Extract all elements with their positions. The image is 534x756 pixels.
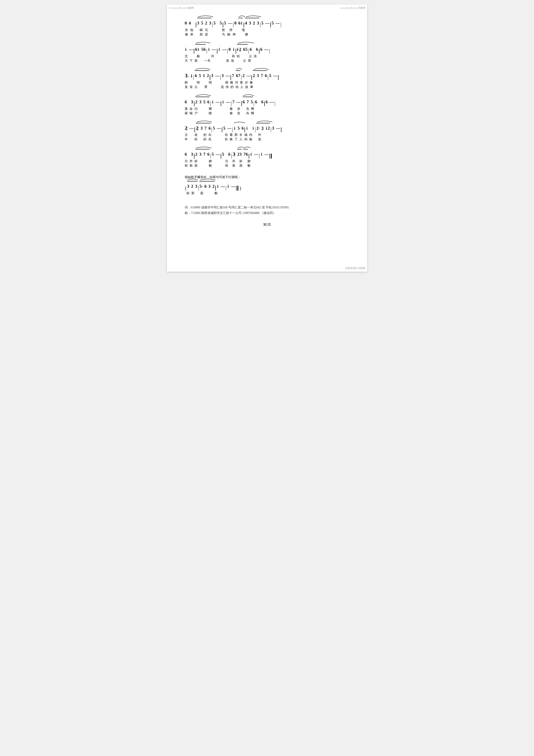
note-3-4b: 3 <box>199 98 202 106</box>
lyric: 啊 <box>251 111 254 115</box>
lyric: 就 <box>199 33 203 37</box>
note-3-ex: 3 <box>187 182 189 191</box>
lyric: 妖 <box>194 159 198 163</box>
notation-row-3: 3̣. i <box>185 70 349 80</box>
lyric: 静 <box>185 81 188 85</box>
barline <box>194 101 194 106</box>
lyric: 换 <box>230 137 233 141</box>
barline <box>193 75 194 80</box>
lyric: 她 <box>227 33 231 37</box>
dash-2a: — <box>189 45 193 54</box>
lyrics-row-1b: 修 来 就 是 为 她 伸 腰 <box>185 33 349 37</box>
note-5e: 5 <box>272 19 274 28</box>
barline <box>227 48 228 54</box>
lyric: 轻 <box>237 54 240 58</box>
note-0: 0 <box>185 19 187 28</box>
lyric: 长 <box>240 133 242 137</box>
lyrics-row-3b: 直 耸 云 霄 流 传 的 动 人 故 事 <box>185 85 349 90</box>
score-block: 0 4 <box>185 18 349 227</box>
note-6-6d: 6 <box>246 150 248 159</box>
lyrics-row-extra: 崭 新 面 貌 <box>185 191 349 196</box>
barline <box>194 48 194 54</box>
barline <box>212 127 212 132</box>
footer: 词：610000 成都市中同仁路168 号同仁居二栋一单元602 室 手机181… <box>185 205 349 216</box>
lyric: 外 <box>232 159 235 163</box>
dash-3: — <box>276 19 280 28</box>
note-3-3d: 3 <box>257 71 259 80</box>
dash-ex-b: — <box>231 182 235 191</box>
dash-6a: — <box>216 150 220 159</box>
lyrics-row-1a: 东 临 碣 石 曾 挥 毫 <box>185 28 349 33</box>
lyric: 崭 <box>185 164 188 168</box>
note-i-6a: · i <box>250 150 252 159</box>
barline <box>244 127 245 132</box>
note-5c: 5 <box>224 19 226 28</box>
beamed-3523: 3 5 2 <box>197 18 211 28</box>
lyric: 面 <box>240 164 242 168</box>
lyric: 妖 <box>240 159 242 163</box>
note-2-5a: 2̣ <box>185 124 188 133</box>
lyrics-row-4a: 黄 金 闪 耀 秦 皇 岛 啊 <box>185 107 349 111</box>
lyric: 外 <box>190 159 193 163</box>
barline <box>249 153 249 159</box>
note-6-2: · 6 <box>195 45 197 54</box>
beamed-2376-6: 2 3 7 <box>195 149 210 159</box>
note-7-3b: 7 <box>238 71 240 80</box>
lyric: 晓 <box>209 111 212 115</box>
dash-1: — <box>228 19 232 28</box>
lyric: 那 <box>235 133 238 137</box>
note-6-3: 6 <box>195 71 197 80</box>
barline <box>281 127 281 132</box>
note-7-6: 7 <box>203 150 206 159</box>
note-i-2b: · i <box>197 45 200 54</box>
note-i-ex2: · i <box>227 182 229 191</box>
beamed-323-extra: 3 2 3 <box>187 181 197 191</box>
lyric: 了 <box>235 137 238 141</box>
lyric: 黄 <box>240 81 243 85</box>
slur-svg <box>198 15 214 18</box>
dash-6c: — <box>264 150 268 159</box>
note-i-3a: i <box>191 71 193 80</box>
note-3-6c-wrap: 3̣ <box>233 150 235 159</box>
music-row-extra: ( 3 2 <box>185 181 349 196</box>
note-i-6b: · i <box>260 150 263 159</box>
lyric: 的 <box>231 85 234 89</box>
barline <box>233 22 234 28</box>
lyric: 是 <box>205 33 208 37</box>
barline <box>223 22 223 28</box>
lyric: 秦 <box>230 107 233 111</box>
notation-row-4: 6 3 2 <box>185 97 349 106</box>
lyric: 闪 <box>194 107 198 111</box>
dash-3d: — <box>273 71 277 80</box>
page-number: 第2页 <box>185 223 349 227</box>
note-i-2d: · i <box>218 45 220 54</box>
barline <box>216 185 216 191</box>
barline <box>207 48 207 54</box>
notation-row-2: · i — · <box>185 44 349 54</box>
lyric: 崭 <box>187 191 190 195</box>
watermark-top-left: www.jcvcd8.com 动曲网 <box>169 6 194 10</box>
note-i-ex: · i <box>217 182 219 191</box>
note-3b-ex: 3 <box>195 182 197 191</box>
note-2-4: 2 <box>195 98 198 106</box>
barline <box>260 22 261 28</box>
note-3-6c: 3̣ <box>233 150 235 159</box>
lyric: 轻 <box>194 137 198 141</box>
note-6-4f: 6 <box>266 98 268 106</box>
lyric: 新 <box>232 164 235 168</box>
lyric: 淡 <box>254 54 257 58</box>
note-5-4b: 5 <box>251 98 253 106</box>
lyric: 古 <box>185 133 188 137</box>
lyric: 戴 <box>197 54 200 58</box>
watermark-top-right: www.ktvcd8.com 词曲网 <box>340 6 365 10</box>
beamed-2376-5: 2̣ 3 7 <box>196 123 211 133</box>
dash-4b: — <box>226 98 230 106</box>
hint-text: 假如歌手嗓音好，结尾句可按下行谱唱： <box>185 175 349 179</box>
note-5-4: 5 <box>203 98 206 106</box>
note-i-5c: · i <box>252 124 254 133</box>
note-7-3: 7 <box>232 71 234 80</box>
lyric: 外 <box>258 133 261 137</box>
group-i56: · i · 5 · 6 <box>233 124 243 133</box>
lyric: 来 <box>190 33 193 37</box>
notation-row-5: 2̣ — 2 <box>185 123 349 133</box>
